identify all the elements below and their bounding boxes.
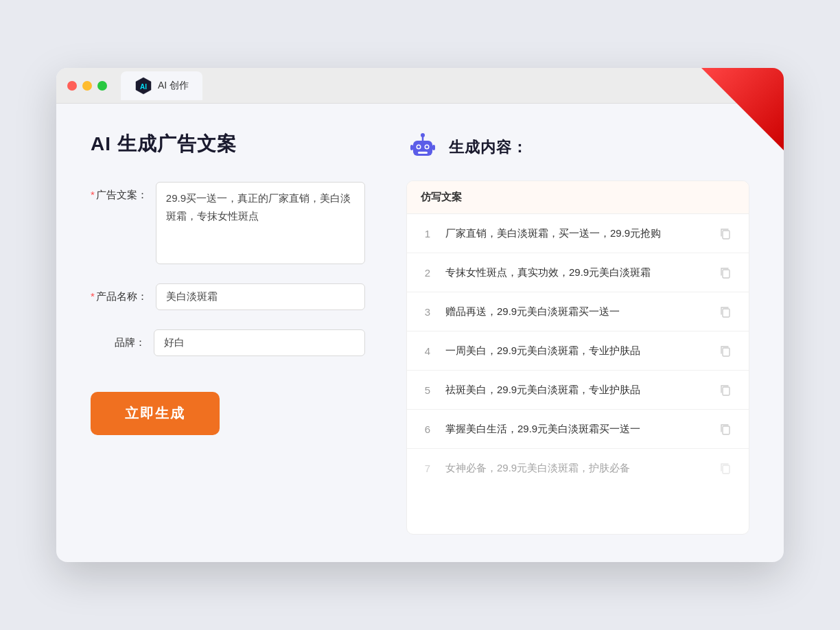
row-number: 4 — [421, 345, 434, 357]
ad-copy-input[interactable] — [156, 182, 365, 264]
table-header: 仿写文案 — [407, 181, 749, 214]
title-bar: AI AI 创作 — [56, 68, 784, 104]
traffic-lights — [67, 81, 107, 91]
minimize-button[interactable] — [82, 81, 92, 91]
results-table: 仿写文案 1厂家直销，美白淡斑霜，买一送一，29.9元抢购 2专抹女性斑点，真实… — [406, 180, 749, 535]
copy-button[interactable] — [716, 302, 735, 321]
brand-input[interactable] — [154, 329, 365, 356]
right-title: 生成内容： — [449, 137, 528, 158]
right-header: 生成内容： — [406, 131, 749, 164]
main-content: AI 生成广告文案 *广告文案： *产品名称： 品牌： — [56, 104, 784, 562]
copy-button[interactable] — [716, 380, 735, 399]
tab-label: AI 创作 — [158, 80, 189, 92]
row-text: 祛斑美白，29.9元美白淡斑霜，专业护肤品 — [445, 382, 705, 398]
ai-creation-tab[interactable]: AI AI 创作 — [121, 71, 202, 100]
row-number: 6 — [421, 423, 434, 435]
row-number: 1 — [421, 228, 434, 240]
table-row: 5祛斑美白，29.9元美白淡斑霜，专业护肤品 — [407, 371, 749, 410]
browser-window: AI AI 创作 AI 生成广告文案 *广告文案： *产品名称： — [56, 68, 784, 562]
svg-rect-7 — [418, 152, 428, 154]
svg-rect-13 — [723, 270, 730, 278]
ad-copy-group: *广告文案： — [91, 182, 365, 264]
row-text: 专抹女性斑点，真实功效，29.9元美白淡斑霜 — [445, 265, 705, 281]
copy-button[interactable] — [716, 419, 735, 439]
svg-point-9 — [421, 133, 425, 137]
row-text: 厂家直销，美白淡斑霜，买一送一，29.9元抢购 — [445, 226, 705, 242]
generate-button[interactable]: 立即生成 — [91, 392, 220, 435]
row-number: 5 — [421, 384, 434, 396]
svg-rect-18 — [723, 465, 730, 474]
page-title: AI 生成广告文案 — [91, 131, 365, 157]
copy-button[interactable] — [716, 224, 735, 243]
table-row: 1厂家直销，美白淡斑霜，买一送一，29.9元抢购 — [407, 214, 749, 253]
left-panel: AI 生成广告文案 *广告文案： *产品名称： 品牌： — [91, 131, 365, 535]
svg-point-6 — [425, 145, 428, 148]
svg-text:AI: AI — [140, 83, 147, 91]
maximize-button[interactable] — [97, 81, 107, 91]
row-text: 掌握美白生活，29.9元美白淡斑霜买一送一 — [445, 421, 705, 437]
table-row: 4一周美白，29.9元美白淡斑霜，专业护肤品 — [407, 331, 749, 371]
row-number: 2 — [421, 267, 434, 279]
copy-button[interactable] — [716, 263, 735, 282]
results-list: 1厂家直销，美白淡斑霜，买一送一，29.9元抢购 2专抹女性斑点，真实功效，29… — [407, 214, 749, 487]
svg-rect-11 — [432, 145, 435, 150]
table-row: 3赠品再送，29.9元美白淡斑霜买一送一 — [407, 292, 749, 331]
close-button[interactable] — [67, 81, 77, 91]
table-row: 7女神必备，29.9元美白淡斑霜，护肤必备 — [407, 449, 749, 487]
svg-point-5 — [417, 145, 420, 148]
svg-rect-17 — [723, 426, 730, 434]
table-row: 2专抹女性斑点，真实功效，29.9元美白淡斑霜 — [407, 253, 749, 292]
svg-rect-10 — [410, 145, 413, 150]
required-star: * — [91, 189, 95, 200]
product-name-input[interactable] — [156, 283, 365, 310]
product-name-label: *产品名称： — [91, 283, 148, 303]
brand-group: 品牌： — [91, 329, 365, 356]
row-number: 7 — [421, 463, 434, 474]
svg-rect-15 — [723, 348, 730, 356]
row-text: 女神必备，29.9元美白淡斑霜，护肤必备 — [445, 460, 705, 476]
svg-rect-12 — [723, 231, 730, 239]
copy-button[interactable] — [716, 458, 735, 478]
svg-rect-14 — [723, 309, 730, 317]
copy-button[interactable] — [716, 341, 735, 360]
required-star-2: * — [91, 290, 95, 302]
product-name-group: *产品名称： — [91, 283, 365, 310]
ai-logo-icon: AI — [135, 77, 152, 95]
right-panel: 生成内容： 仿写文案 1厂家直销，美白淡斑霜，买一送一，29.9元抢购 2专抹女… — [406, 131, 749, 535]
robot-icon — [406, 131, 439, 164]
row-number: 3 — [421, 306, 434, 318]
row-text: 一周美白，29.9元美白淡斑霜，专业护肤品 — [445, 343, 705, 359]
row-text: 赠品再送，29.9元美白淡斑霜买一送一 — [445, 304, 705, 320]
ad-copy-label: *广告文案： — [91, 182, 148, 202]
brand-label: 品牌： — [91, 329, 145, 349]
svg-rect-16 — [723, 387, 730, 395]
table-row: 6掌握美白生活，29.9元美白淡斑霜买一送一 — [407, 410, 749, 449]
